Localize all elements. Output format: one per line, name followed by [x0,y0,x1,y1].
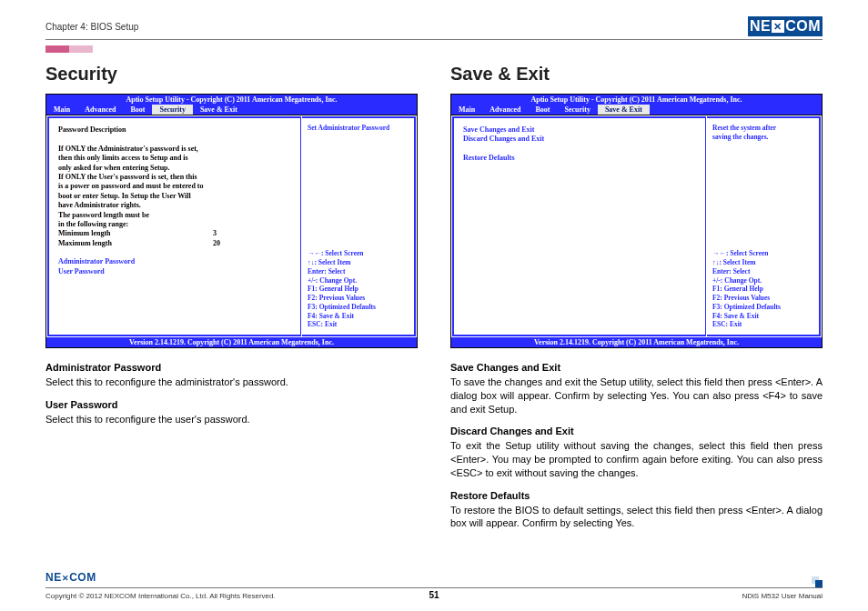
tab-save-exit[interactable]: Save & Exit [598,105,650,115]
user-pw-text: Select this to reconfigure the user's pa… [45,413,418,426]
user-password-item[interactable]: User Password [58,267,291,276]
chapter-label: Chapter 4: BIOS Setup [45,22,138,32]
tab-main[interactable]: Main [46,105,77,115]
accent-tab [45,45,823,53]
save-changes-text: To save the changes and exit the Setup u… [450,376,823,416]
bios-main-area: Password Description If ONLY the Adminis… [47,116,301,336]
restore-defaults-item[interactable]: Restore Defaults [463,154,696,163]
bios-side-area: Set Administrator Password →←: Select Sc… [302,116,416,336]
nexcom-logo: NE✕COM [748,16,823,36]
admin-password-item[interactable]: Administrator Password [58,257,291,266]
admin-pw-text: Select this to reconfigure the administr… [45,376,418,389]
footer-copyright: Copyright © 2012 NEXCOM International Co… [45,592,276,600]
save-changes-heading: Save Changes and Exit [450,361,823,375]
save-exit-heading: Save & Exit [450,64,823,85]
bios-footer: Version 2.14.1219. Copyright (C) 2011 Am… [46,337,417,347]
footer-deco-icon [812,576,823,584]
discard-changes-text: To exit the Setup utility without saving… [450,439,823,480]
tab-boot[interactable]: Boot [123,105,152,115]
save-changes-item[interactable]: Save Changes and Exit [463,125,696,135]
tab-advanced[interactable]: Advanced [77,105,123,115]
tab-main[interactable]: Main [451,105,482,115]
bios-tabs: Main Advanced Boot Security Save & Exit [46,105,417,115]
bios-panel-save-exit: Aptio Setup Utility - Copyright (C) 2011… [450,94,823,348]
side-help-top: Set Administrator Password [308,124,409,133]
footer-manual: NDiS M532 User Manual [742,592,823,600]
tab-security[interactable]: Security [557,105,597,115]
discard-changes-heading: Discard Changes and Exit [450,425,823,438]
side-help-keys: →←: Select Screen ↑↓: Select Item Enter:… [308,249,409,329]
restore-defaults-heading: Restore Defaults [450,489,823,503]
security-heading: Security [45,64,418,85]
admin-pw-heading: Administrator Password [45,361,418,375]
discard-changes-item[interactable]: Discard Changes and Exit [463,135,696,144]
tab-security[interactable]: Security [152,105,192,115]
side-help-top: Reset the system after saving the change… [712,124,813,142]
bios-panel-security: Aptio Setup Utility - Copyright (C) 2011… [45,94,418,348]
restore-defaults-text: To restore the BIOS to default settings,… [450,504,823,531]
user-pw-heading: User Password [45,398,418,412]
footer-logo: NE✕COM [45,571,96,584]
page-number: 51 [429,590,439,600]
top-bar: Chapter 4: BIOS Setup NE✕COM [45,16,823,40]
tab-advanced[interactable]: Advanced [482,105,528,115]
tab-boot[interactable]: Boot [528,105,557,115]
tab-save-exit[interactable]: Save & Exit [193,105,245,115]
bios-title: Aptio Setup Utility - Copyright (C) 2011… [46,95,417,105]
side-help-keys: →←: Select Screen ↑↓: Select Item Enter:… [712,249,813,329]
